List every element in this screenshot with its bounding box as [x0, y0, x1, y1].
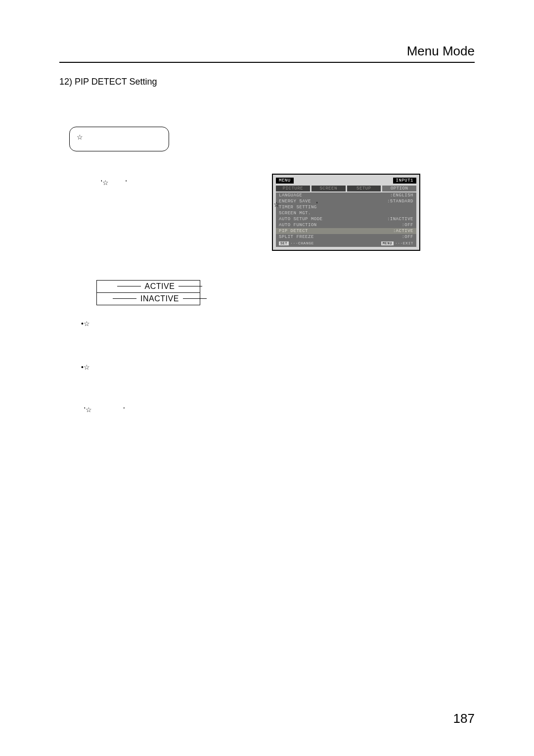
small-rounded-box: ☆ — [69, 127, 169, 151]
footer-menu-text: ···EXIT — [395, 241, 413, 245]
osd-top-row: MENU INPUT1 — [276, 178, 416, 184]
star-icon: ☆ — [77, 133, 83, 141]
osd-tabs: PICTURE SCREEN SETUP OPTION — [276, 186, 416, 191]
row-energy-val: :STANDARD — [387, 199, 413, 204]
quote-placeholder-3: '☆ ' — [84, 406, 208, 414]
bullet-list: •☆ •☆ — [81, 319, 208, 372]
left-column: ☆ '☆' '☆' ACTIVE INACTIVE •☆ — [59, 127, 208, 414]
tab-screen[interactable]: SCREEN — [312, 186, 346, 191]
manual-page: Menu Mode 12) PIP DETECT Setting ☆ '☆' '… — [0, 0, 534, 756]
active-inactive-box: ACTIVE INACTIVE — [96, 280, 200, 305]
footer-set-text: ···CHANGE — [290, 241, 314, 245]
active-row: ACTIVE — [96, 280, 200, 293]
footer-menu-key: MENU — [381, 241, 394, 245]
page-number: 187 — [453, 711, 475, 726]
right-column: MENU INPUT1 PICTURE SCREEN SETUP OPTION … — [272, 174, 425, 251]
row-autosetup-key: AUTO SETUP MODE — [279, 217, 323, 222]
row-language-val: :ENGLISH — [390, 193, 413, 198]
osd-body: LANGUAGE :ENGLISH ENERGY SAVE :STANDARD … — [276, 192, 416, 240]
row-split-freeze[interactable]: SPLIT FREEZE :OFF — [276, 234, 416, 240]
footer-set-key: SET — [279, 241, 289, 245]
osd-footer: SET ···CHANGE MENU ···EXIT — [276, 240, 416, 247]
header-title: Menu Mode — [59, 44, 475, 62]
bullet-1: •☆ — [81, 319, 208, 329]
osd-menu: MENU INPUT1 PICTURE SCREEN SETUP OPTION … — [276, 178, 416, 247]
quote-placeholder-2: '☆' — [272, 200, 317, 208]
row-auto-setup-mode[interactable]: AUTO SETUP MODE :INACTIVE — [276, 216, 416, 222]
content-row: ☆ '☆' '☆' ACTIVE INACTIVE •☆ — [59, 127, 475, 414]
row-pip-val: :ACTIVE — [393, 229, 413, 234]
osd-outer-frame: MENU INPUT1 PICTURE SCREEN SETUP OPTION … — [272, 174, 420, 251]
quote-placeholder-1: '☆' — [99, 179, 127, 187]
row-language-key: LANGUAGE — [279, 193, 302, 198]
inactive-row: INACTIVE — [96, 293, 200, 305]
row-pip-detect[interactable]: PIP DETECT :ACTIVE — [276, 228, 416, 234]
row-language[interactable]: LANGUAGE :ENGLISH — [276, 192, 416, 198]
row-pip-key: PIP DETECT — [279, 229, 308, 234]
bullet-2: •☆ — [81, 363, 208, 373]
row-split-val: :OFF — [401, 235, 413, 239]
footer-set: SET ···CHANGE — [279, 241, 314, 245]
footer-menu: MENU ···EXIT — [381, 241, 413, 245]
tab-option[interactable]: OPTION — [382, 186, 416, 191]
section-heading: 12) PIP DETECT Setting — [59, 77, 475, 87]
row-auto-function[interactable]: AUTO FUNCTION :OFF — [276, 222, 416, 228]
row-screen-mgt[interactable]: SCREEN MGT. — [276, 210, 416, 216]
row-autosetup-val: :INACTIVE — [387, 217, 413, 222]
row-autofunc-val: :OFF — [401, 223, 413, 228]
quote-placeholders: '☆' '☆' — [59, 179, 208, 208]
inactive-label: INACTIVE — [60, 294, 259, 303]
header-rule — [59, 62, 475, 63]
row-autofunc-key: AUTO FUNCTION — [279, 223, 317, 228]
tab-picture[interactable]: PICTURE — [276, 186, 310, 191]
tab-setup[interactable]: SETUP — [347, 186, 381, 191]
menu-badge: MENU — [276, 178, 294, 184]
row-split-key: SPLIT FREEZE — [279, 235, 314, 239]
input-badge: INPUT1 — [393, 178, 416, 184]
row-screenmgt-key: SCREEN MGT. — [279, 211, 311, 216]
active-label: ACTIVE — [60, 282, 259, 291]
